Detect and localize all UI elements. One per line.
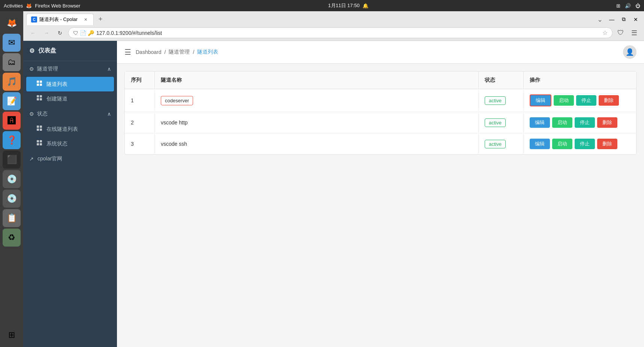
close-button[interactable]: ✕ (631, 15, 641, 24)
action-buttons-1: 编辑 启动 停止 删除 (530, 94, 619, 106)
sidebar-header: ⚙ 仪表盘 (23, 41, 117, 61)
browser-tab-active[interactable]: C 隧道列表 - Cpolar ✕ (26, 13, 94, 25)
restore-button[interactable]: ⧉ (619, 15, 629, 24)
status-title: ⚙ 状态 (29, 111, 48, 117)
taskbar-apps[interactable]: ⊞ (3, 326, 21, 344)
cell-index-1: 1 (125, 90, 155, 111)
taskbar-files2[interactable]: 📋 (3, 209, 21, 227)
firefox-icon: 🦊 (26, 3, 32, 9)
table-row: 1 codeserver active 编辑 启动 停止 (125, 89, 636, 112)
taskbar-firefox[interactable]: 🦊 (3, 14, 21, 32)
table-header: 序列 隧道名称 状态 操作 (125, 72, 636, 89)
new-tab-button[interactable]: + (95, 14, 106, 25)
system-bar-center: 1月11日 17:50 🔔 (328, 2, 368, 9)
delete-button-1[interactable]: 删除 (599, 95, 619, 106)
taskbar-trash[interactable]: ♻ (3, 229, 21, 247)
browser-nav: ← → ↻ 🛡 📄 🔑 127.0.0.1:9200/#/tunnels/lis… (23, 25, 644, 40)
refresh-button[interactable]: ↻ (55, 28, 65, 38)
cell-index-2: 2 (125, 112, 155, 133)
taskbar-appstore[interactable]: 🅰 (3, 112, 21, 130)
delete-button-2[interactable]: 删除 (597, 117, 617, 128)
bell-icon: 🔔 (362, 3, 368, 9)
table-row: 2 vscode http active 编辑 启动 停止 删除 (125, 112, 636, 133)
stop-button-2[interactable]: 停止 (575, 117, 595, 128)
url-display[interactable]: 127.0.0.1:9200/#/tunnels/list (96, 30, 600, 36)
sidebar-item-create-tunnel[interactable]: 创建隧道 (23, 91, 117, 106)
address-bar[interactable]: 🛡 📄 🔑 127.0.0.1:9200/#/tunnels/list ☆ (68, 27, 613, 38)
tab-list-button[interactable]: ⌄ (595, 15, 605, 24)
chevron-up-icon-status: ∧ (107, 111, 111, 117)
taskbar-music[interactable]: 🎵 (3, 73, 21, 91)
page-icon: 📄 (80, 30, 86, 36)
edit-button-3[interactable]: 编辑 (530, 139, 550, 149)
forward-button[interactable]: → (41, 28, 52, 38)
sidebar-item-tunnel-list[interactable]: 隧道列表 (26, 77, 114, 91)
sidebar-item-system-status[interactable]: 系统状态 (23, 136, 117, 151)
back-button[interactable]: ← (28, 28, 38, 38)
svg-rect-13 (40, 140, 42, 142)
edit-button-2[interactable]: 编辑 (530, 117, 550, 128)
browser-chrome: C 隧道列表 - Cpolar ✕ + ⌄ — ⧉ ✕ ← → ↻ 🛡 📄 🔑 (23, 11, 644, 41)
start-button-3[interactable]: 启动 (552, 139, 572, 149)
svg-rect-11 (40, 129, 42, 131)
user-avatar[interactable]: 👤 (623, 45, 637, 59)
stop-button-3[interactable]: 停止 (575, 139, 595, 149)
taskbar-help[interactable]: ❓ (3, 131, 21, 149)
delete-button-3[interactable]: 删除 (597, 139, 617, 149)
shield-toolbar-icon[interactable]: 🛡 (616, 28, 626, 38)
status-label: 状态 (37, 111, 48, 117)
taskbar-cd2[interactable]: 💿 (3, 190, 21, 208)
cell-status-3: active (479, 134, 524, 154)
header-actions: 操作 (524, 72, 636, 89)
breadcrumb-tunnel-mgmt[interactable]: 隧道管理 (169, 49, 190, 55)
grid-icon-online (37, 126, 43, 133)
taskbar-files[interactable]: 🗂 (3, 53, 21, 71)
sidebar-item-cpolar-site[interactable]: ↗ cpolar官网 (23, 151, 117, 167)
svg-rect-12 (37, 140, 39, 142)
start-button-2[interactable]: 启动 (552, 117, 572, 128)
main-header: ☰ Dashboard / 隧道管理 / 隧道列表 👤 (117, 41, 644, 64)
sound-icon: 🔊 (625, 3, 631, 9)
svg-rect-4 (37, 95, 39, 97)
breadcrumb-dashboard[interactable]: Dashboard (136, 49, 162, 55)
cpolar-site-label: cpolar官网 (37, 156, 62, 162)
activities-label[interactable]: Activities (4, 3, 23, 9)
tunnel-name-badge-1: codeserver (161, 96, 193, 105)
power-icon: ⏻ (635, 3, 640, 9)
cell-name-3: vscode ssh (155, 134, 479, 154)
action-buttons-3: 编辑 启动 停止 删除 (530, 139, 617, 149)
svg-rect-6 (37, 98, 39, 100)
bookmark-icon[interactable]: ☆ (602, 29, 608, 36)
app-sidebar: ⚙ 仪表盘 ⚙ 隧道管理 ∧ (23, 41, 117, 347)
stop-button-1[interactable]: 停止 (576, 95, 596, 106)
tunnel-mgmt-header[interactable]: ⚙ 隧道管理 ∧ (23, 61, 117, 77)
svg-rect-9 (40, 126, 42, 128)
system-bar-right: ⊞ 🔊 ⏻ (616, 3, 640, 9)
table-row: 3 vscode ssh active 编辑 启动 停止 删除 (125, 133, 636, 154)
content-area: 序列 隧道名称 状态 操作 1 codeserver active (117, 64, 644, 347)
cell-name-1: codeserver (155, 90, 479, 111)
minimize-button[interactable]: — (607, 15, 617, 24)
grid-icon-system (37, 140, 43, 147)
hamburger-icon[interactable]: ☰ (124, 48, 131, 57)
external-link-icon: ↗ (29, 156, 34, 162)
svg-rect-2 (37, 84, 39, 86)
sidebar-item-online-tunnels[interactable]: 在线隧道列表 (23, 122, 117, 136)
edit-button-1[interactable]: 编辑 (530, 94, 551, 106)
tunnel-table: 序列 隧道名称 状态 操作 1 codeserver active (124, 71, 637, 155)
menu-button[interactable]: ☰ (629, 28, 640, 38)
status-header[interactable]: ⚙ 状态 ∧ (23, 106, 117, 122)
taskbar-mail[interactable]: ✉ (3, 34, 21, 52)
tab-close-button[interactable]: ✕ (82, 16, 89, 23)
grid-icon-create (37, 95, 43, 102)
header-name: 隧道名称 (155, 72, 479, 89)
cell-status-1: active (479, 90, 524, 111)
taskbar-cd1[interactable]: 💿 (3, 170, 21, 188)
svg-rect-8 (37, 126, 39, 128)
breadcrumb-current: 隧道列表 (197, 49, 218, 55)
taskbar-writer[interactable]: 📝 (3, 92, 21, 110)
taskbar-terminal[interactable]: ⬛ (3, 151, 21, 169)
svg-rect-10 (37, 129, 39, 131)
dashboard-icon: ⚙ (29, 47, 34, 54)
start-button-1[interactable]: 启动 (554, 95, 574, 106)
